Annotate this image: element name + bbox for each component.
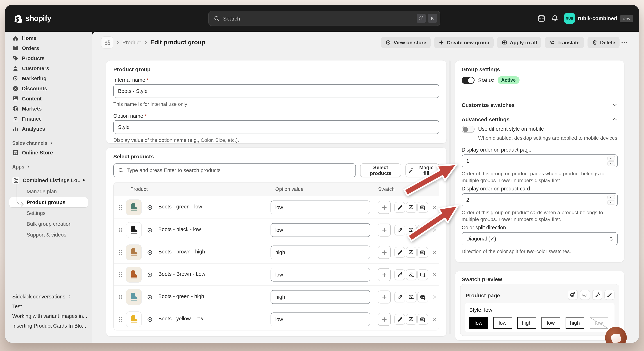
drag-handle-icon[interactable] (118, 204, 123, 210)
app-subnav-item[interactable]: Settings (9, 208, 88, 218)
stepper-up-button[interactable] (607, 195, 615, 199)
sidebar-section-apps[interactable]: Apps (9, 162, 88, 171)
add-swatch-button[interactable] (378, 246, 391, 259)
store-account-menu[interactable]: RUB rubik-combined dev (564, 13, 633, 24)
view-product-icon[interactable] (147, 294, 153, 300)
remove-row-icon[interactable] (432, 294, 438, 300)
preview-swatch-chip[interactable]: low (542, 317, 560, 329)
option-value-input[interactable] (270, 312, 370, 326)
status-toggle[interactable] (462, 77, 474, 84)
header-action-button[interactable]: Delete (588, 37, 620, 48)
add-card-swatch-button[interactable] (417, 269, 428, 280)
remove-row-icon[interactable] (432, 316, 438, 322)
drag-handle-icon[interactable] (118, 294, 123, 300)
sidebar-footer-item[interactable]: Sidekick conversations (9, 292, 88, 301)
stepper-up-button[interactable] (607, 156, 615, 161)
sidebar-item[interactable]: $ Markets (9, 104, 88, 114)
drag-handle-icon[interactable] (118, 227, 123, 233)
preview-edit-button[interactable] (604, 290, 614, 300)
preview-swatch-chip[interactable]: low (493, 317, 512, 329)
remove-row-icon[interactable] (432, 249, 438, 255)
add-card-swatch-button[interactable] (417, 314, 428, 325)
option-value-input[interactable] (270, 201, 370, 214)
stepper-down-button[interactable] (607, 200, 615, 205)
sidebar-item[interactable]: Customers (9, 63, 88, 74)
header-action-button[interactable]: View on store (381, 37, 431, 48)
add-image-swatch-button[interactable] (406, 314, 416, 325)
drag-handle-icon[interactable] (118, 249, 123, 255)
app-subnav-item[interactable]: Product groups (9, 197, 88, 207)
magic-fill-button[interactable]: Magic fill (406, 163, 439, 177)
sidebar-footer-item[interactable]: Test (9, 301, 88, 311)
remove-row-icon[interactable] (432, 227, 438, 233)
option-name-field[interactable] (113, 120, 439, 134)
color-picker-button[interactable] (394, 247, 405, 258)
add-image-swatch-button[interactable] (406, 225, 416, 235)
sidebar-footer-item[interactable]: Inserting Product Cards In Blo... (9, 321, 88, 330)
product-search-input[interactable] (127, 167, 351, 173)
sidekick-icon[interactable] (538, 15, 546, 22)
header-action-button[interactable]: Apply to all (497, 37, 541, 48)
remove-row-icon[interactable] (432, 204, 438, 210)
breadcrumb-parent[interactable]: Product (122, 39, 141, 45)
add-image-swatch-button[interactable] (406, 247, 416, 258)
view-product-icon[interactable] (147, 272, 153, 278)
sidebar-item[interactable]: Orders (9, 43, 88, 53)
add-image-swatch-button[interactable] (406, 269, 416, 280)
remove-row-icon[interactable] (432, 272, 438, 277)
add-card-swatch-button[interactable] (417, 225, 428, 235)
color-picker-button[interactable] (394, 225, 405, 235)
add-image-swatch-button[interactable] (406, 292, 416, 302)
add-card-swatch-button[interactable] (417, 202, 428, 213)
color-picker-button[interactable] (394, 269, 405, 280)
view-product-icon[interactable] (147, 316, 153, 322)
drag-handle-icon[interactable] (118, 316, 123, 322)
sidebar-item[interactable]: Marketing (9, 74, 88, 84)
sidebar-item[interactable]: Analytics (9, 124, 88, 134)
header-action-button[interactable]: Create new group (434, 37, 494, 48)
preview-swatch-chip[interactable]: high (517, 317, 536, 329)
advanced-settings-section[interactable]: Advanced settings (462, 113, 618, 126)
color-split-select[interactable]: Diagonal (↙) (462, 232, 618, 245)
preview-swatch-chip[interactable]: high (566, 317, 584, 329)
option-value-input[interactable] (270, 268, 370, 281)
app-subnav-item[interactable]: Support & videos (9, 230, 88, 240)
option-value-input[interactable] (270, 223, 370, 237)
sidebar-footer-item[interactable]: Working with variant images in... (9, 311, 88, 321)
breadcrumb-app-icon[interactable] (102, 37, 113, 48)
add-swatch-button[interactable] (378, 268, 391, 281)
content-scrollbar[interactable] (449, 61, 451, 334)
preview-magic-button[interactable] (592, 290, 602, 300)
sidebar-item[interactable]: Finance (9, 114, 88, 124)
add-swatch-button[interactable] (378, 290, 391, 303)
option-value-input[interactable] (270, 290, 370, 304)
sidebar-item-combined-listings-app[interactable]: Combined Listings Lo... • (9, 175, 88, 186)
add-card-swatch-button[interactable] (417, 292, 428, 302)
color-picker-button[interactable] (394, 292, 405, 302)
stepper-down-button[interactable] (607, 161, 615, 166)
add-card-swatch-button[interactable] (417, 247, 428, 258)
app-subnav-item[interactable]: Bulk group creation (9, 219, 88, 229)
order-card-input[interactable] (462, 194, 618, 206)
preview-swatch-chip[interactable]: low (590, 317, 608, 329)
header-action-button[interactable]: A Translate (545, 37, 584, 48)
shopify-logo[interactable]: shopify (14, 14, 51, 23)
view-product-icon[interactable] (147, 249, 153, 256)
option-value-input[interactable] (270, 245, 370, 259)
drag-handle-icon[interactable] (118, 272, 123, 277)
view-product-icon[interactable] (147, 204, 153, 211)
color-picker-button[interactable] (394, 314, 405, 325)
sidebar-item[interactable]: Content (9, 94, 88, 104)
select-products-button[interactable]: Select products (360, 163, 401, 177)
add-image-swatch-button[interactable] (406, 202, 416, 213)
preview-swatch-chip[interactable]: low (469, 317, 488, 329)
sidebar-item[interactable]: Products (9, 53, 88, 63)
mobile-style-toggle[interactable] (462, 126, 474, 133)
app-subnav-item[interactable]: Manage plan (9, 186, 88, 197)
sidebar-item[interactable]: Home (9, 33, 88, 43)
global-search-input[interactable]: Search ⌘ K (208, 11, 440, 26)
add-swatch-button[interactable] (378, 201, 391, 214)
internal-name-field[interactable] (113, 84, 439, 98)
sidebar-item-online-store[interactable]: Online Store (9, 148, 88, 158)
notifications-bell-icon[interactable] (551, 15, 559, 22)
